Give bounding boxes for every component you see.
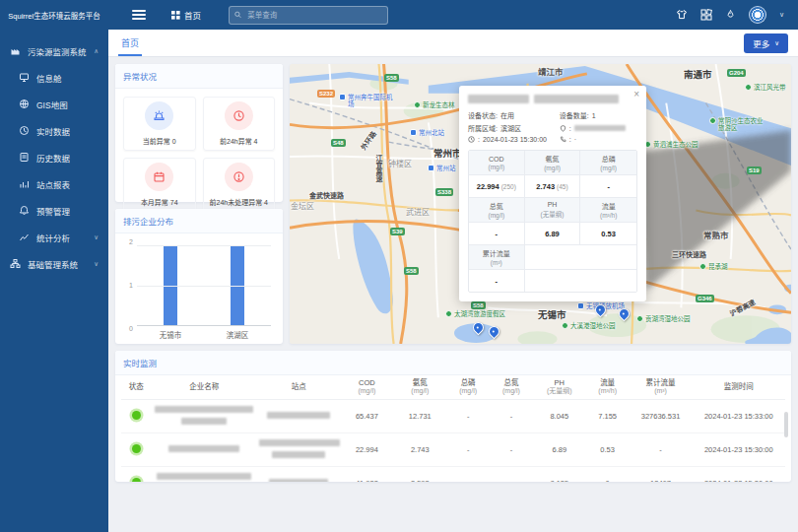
- col-ph: PH(无量纲): [533, 375, 586, 400]
- table-row[interactable]: 41.933 3.593 - - 8.135 0 13467 2024-01-2…: [121, 467, 785, 482]
- sidebar-item-realtime-data[interactable]: 实时数据: [0, 117, 108, 144]
- clock-icon: [19, 125, 30, 136]
- stat-label: 本月异常 74: [141, 197, 178, 207]
- tab-bar: 首页 更多 ∨: [108, 30, 798, 57]
- cell-status: [121, 467, 151, 482]
- cell-station-redacted: [257, 467, 340, 482]
- map-label: 常州市: [433, 149, 462, 160]
- menu-search[interactable]: [229, 6, 388, 25]
- redacted-text: [574, 125, 626, 131]
- caret-up-icon: ∧: [94, 47, 99, 55]
- map-label: 太湖湾旅游度假区: [445, 310, 508, 317]
- sitemap-icon: [10, 258, 21, 269]
- cell-nh3n: 12.731: [393, 400, 446, 433]
- table-scrollbar[interactable]: [784, 412, 788, 437]
- chevron-down-icon[interactable]: ∨: [779, 11, 784, 19]
- cell-nh3n: 2.743: [393, 433, 446, 467]
- table-row[interactable]: 65.437 12.731 - - 8.045 7.155 327636.531…: [121, 400, 785, 433]
- cell-station-redacted: [257, 433, 340, 467]
- calendar-icon: [145, 163, 173, 191]
- col-flow: 流量(m³/h): [586, 375, 630, 400]
- param-filler: [525, 270, 636, 292]
- cell-cod: 41.933: [340, 467, 393, 482]
- col-station: 站点: [257, 375, 340, 400]
- sidebar-item-warning-management[interactable]: 预警管理: [0, 197, 108, 224]
- map-label: 常州北站: [410, 129, 444, 136]
- breadcrumb-label: 首页: [184, 9, 201, 21]
- table-header-row: 状态 企业名称 站点 COD(mg/l) 氨氮(mg/l) 总磷(mg/l) 总…: [121, 375, 785, 400]
- user-avatar[interactable]: [749, 6, 766, 24]
- param-header: 总磷(mg/l): [580, 151, 636, 175]
- grid-icon: [171, 11, 180, 20]
- breadcrumb[interactable]: 首页: [171, 9, 201, 21]
- cell-station-redacted: [257, 400, 340, 433]
- search-input[interactable]: [245, 10, 382, 21]
- region: 所属区域:滨湖区: [468, 123, 556, 133]
- map-label: 昆承湖: [699, 263, 728, 270]
- sidebar-item-label: 污染源监测系统: [28, 45, 87, 57]
- menu-toggle-icon[interactable]: [132, 10, 146, 20]
- cell-tp: -: [446, 433, 490, 467]
- station-info-popup: × 设备状态:在用 设备数量:1 所属区域:滨湖区: [459, 86, 646, 301]
- sidebar-item-statistics-analysis[interactable]: 统计分析 ∨: [0, 224, 108, 250]
- sidebar-item-gis-map[interactable]: GIS地图: [0, 91, 108, 117]
- cell-ph: 6.89: [533, 433, 586, 467]
- cell-tp: -: [446, 400, 490, 433]
- cell-total: 13467: [630, 467, 693, 482]
- col-cod: COD(mg/l): [340, 375, 393, 400]
- road-shield: G204: [727, 69, 746, 77]
- table-row[interactable]: 22.994 2.743 - - 6.89 0.53 - 2024-01-23 …: [121, 433, 785, 467]
- map-marker-pin[interactable]: [487, 324, 502, 340]
- map-label: 无锡市: [538, 310, 566, 321]
- cell-tp: -: [446, 467, 490, 482]
- param-value: 6.89: [525, 223, 581, 245]
- cell-cod: 22.994: [340, 433, 393, 467]
- clock-icon: [225, 101, 253, 130]
- stat-card-24h-unhandled-abnormal: 前24h未处理异常 4: [203, 158, 276, 212]
- sidebar-item-label: 站点报表: [36, 178, 70, 190]
- map-label: 金坛区: [291, 202, 314, 211]
- sidebar-item-pollution-monitoring-system[interactable]: 污染源监测系统 ∧: [0, 37, 108, 64]
- stat-card-current-abnormal: 当前异常 0: [123, 97, 196, 151]
- sidebar-item-station-report[interactable]: 站点报表: [0, 170, 108, 197]
- col-total-flow: 累计流量(m³): [630, 375, 693, 400]
- layout-icon[interactable]: [700, 9, 712, 21]
- sidebar-item-base-management-system[interactable]: 基础管理系统 ∨: [0, 250, 108, 277]
- map-label: 武进区: [406, 208, 430, 217]
- param-filler: [525, 245, 636, 270]
- sidebar-item-history-data[interactable]: 历史数据: [0, 144, 108, 170]
- cell-ph: 8.135: [533, 467, 586, 482]
- road-shield: S58: [471, 301, 486, 309]
- cell-total: 327636.531: [630, 400, 693, 433]
- bar-chart-yaxis: 012: [123, 241, 133, 328]
- col-tn: 总氮(mg/l): [490, 375, 533, 400]
- popup-title-redacted: [468, 95, 637, 103]
- map-label: 沪蓉高速: [729, 299, 758, 318]
- caret-down-icon: ∨: [94, 260, 99, 268]
- more-button[interactable]: 更多 ∨: [744, 33, 788, 53]
- col-tp: 总磷(mg/l): [446, 375, 490, 400]
- theme-tshirt-icon[interactable]: [676, 9, 688, 21]
- cell-ph: 8.045: [533, 400, 586, 433]
- stat-label: 前24h异常 4: [220, 136, 258, 146]
- param-header: COD(mg/l): [469, 151, 525, 175]
- document-icon: [19, 152, 30, 163]
- map-label: 常州奔牛国际机场: [339, 94, 394, 108]
- cell-time: 2024-01-23 15:30:00: [693, 433, 785, 467]
- gis-map[interactable]: 靖江市南通市常州市钟楼区武进区金坛区常熟市无锡市金武快速路三环快速路江宜高速外环…: [290, 64, 791, 344]
- tab-home[interactable]: 首页: [118, 30, 142, 56]
- phone-icon: [560, 136, 566, 143]
- param-value: -: [469, 223, 525, 245]
- road-shield: S48: [331, 139, 346, 147]
- cell-tn: -: [490, 400, 533, 433]
- device-status: 设备状态:在用: [468, 110, 556, 120]
- close-icon[interactable]: ×: [633, 89, 639, 100]
- map-label: 三环快速路: [672, 251, 706, 259]
- col-monitor-time: 监测时间: [693, 375, 785, 400]
- map-label: 常熟市: [703, 232, 729, 241]
- top-bar: Squirrel生态环境云服务平台 首页 ∨: [0, 0, 798, 30]
- flame-icon[interactable]: [725, 9, 736, 21]
- bar-chart-icon: [19, 178, 30, 189]
- sidebar-item-info-cabin[interactable]: 信息舱: [0, 64, 108, 91]
- map-marker-pin[interactable]: [471, 320, 487, 336]
